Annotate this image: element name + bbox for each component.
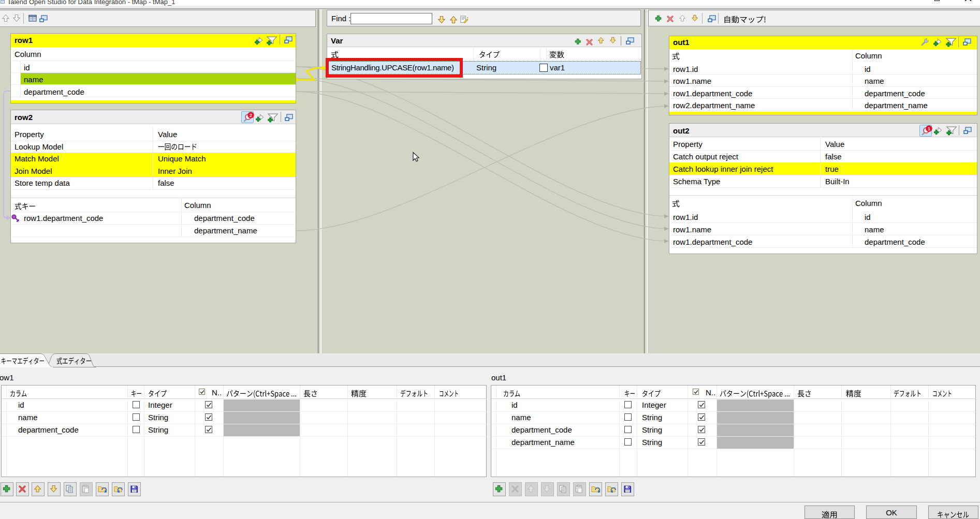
svg-text:1: 1 — [928, 126, 930, 131]
svg-text:2: 2 — [250, 113, 252, 118]
